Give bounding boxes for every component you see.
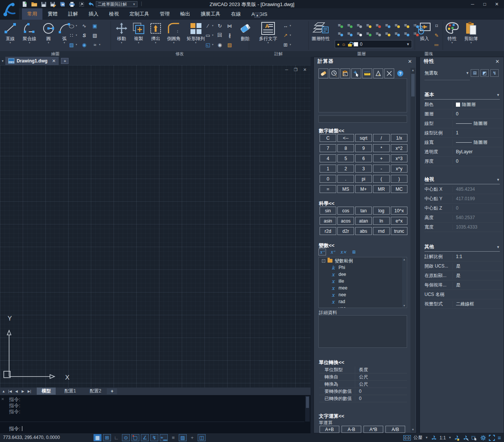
variables-tree[interactable]: − 變數範例 k Phi x dee x ille x mee x nee x — [318, 257, 407, 308]
layer-dropdown[interactable]: ● ☼ 0 ▼ — [335, 40, 412, 48]
annotation-scale-icon[interactable] — [431, 435, 437, 441]
snap-mode-icon[interactable]: ⊞ — [103, 434, 111, 441]
sci-key[interactable]: ln — [373, 217, 390, 225]
create-block-icon[interactable]: ⌑ — [433, 22, 440, 29]
trim-dropdown-icon[interactable]: ▾ — [212, 24, 214, 27]
layer-unisolate-icon[interactable]: ≡ — [401, 22, 410, 29]
misc-property-row[interactable]: 開啟 UCS... 是 — [424, 261, 502, 271]
calculator-title-bar[interactable]: 計算器 ✕ — [314, 57, 416, 65]
ribbon-tab[interactable]: 輸出 — [175, 8, 195, 20]
rectangle-icon[interactable]: ▣ — [92, 22, 98, 29]
property-row-linetype[interactable]: 線型 隨圖層 — [424, 119, 502, 128]
selection-dropdown[interactable]: 無選取 ▼ — [424, 70, 469, 77]
keypad-section-title[interactable]: 數字鍵盤<< — [319, 128, 344, 134]
layer-previous-icon[interactable]: ≡ — [354, 30, 363, 37]
dimension-dropdown-icon[interactable]: ▾ — [290, 24, 291, 27]
unit-conversion-row[interactable]: 要轉換的數值 0 — [319, 388, 407, 395]
calc-key[interactable]: pi — [355, 175, 372, 183]
annotation-visibility-icon[interactable] — [454, 435, 460, 441]
calc-key[interactable]: 5 — [337, 154, 354, 162]
property-row-linetype-scale[interactable]: 線型比例 1 — [424, 128, 502, 138]
auto-annotation-scale-icon[interactable] — [463, 435, 469, 441]
calc-key[interactable]: * — [373, 144, 390, 152]
clipboard-button[interactable]: 剪貼簿▾ — [461, 20, 481, 44]
layer-lock-icon[interactable]: ≡ — [373, 22, 382, 29]
rotate-icon[interactable]: ↻ — [217, 22, 223, 29]
sci-key[interactable]: tan — [355, 207, 372, 215]
workspace-selector[interactable]: 二維草圖與註解 ▼ — [96, 1, 137, 7]
polar-tracking-icon[interactable]: ⊙ — [122, 434, 130, 441]
layer-copy-to-icon[interactable]: ≡ — [392, 30, 401, 37]
layer-match-icon[interactable]: ≡ — [344, 30, 353, 37]
publish-icon[interactable] — [78, 1, 85, 7]
layer-on-icon[interactable]: ≡ — [344, 22, 353, 29]
unit-precision-badge[interactable]: 0.0 — [403, 435, 411, 440]
textop-key[interactable]: A-B — [342, 426, 361, 433]
calc-key[interactable]: MS — [337, 185, 354, 193]
command-prompt[interactable]: 指令: — [9, 425, 22, 432]
dynamic-input-icon[interactable]: +▁ — [160, 434, 168, 441]
mtext-button[interactable]: A 多行文字▾ — [256, 20, 281, 44]
calc-key[interactable]: <-- — [337, 134, 354, 142]
calc-key[interactable]: MR — [373, 185, 390, 193]
calc-key[interactable]: 2 — [337, 165, 354, 173]
spline-cv-icon[interactable]: S — [81, 32, 88, 39]
undo-icon[interactable] — [87, 1, 94, 7]
circle-button[interactable]: 圓▾ — [41, 20, 56, 44]
rect-array-button[interactable]: 矩形陣列▾ — [184, 20, 208, 44]
misc-property-row[interactable]: UCS 名稱 — [424, 290, 502, 299]
misc-property-row[interactable]: 在原點顯... 是 — [424, 271, 502, 280]
move-button[interactable]: 移動▾ — [114, 20, 130, 44]
command-window[interactable]: ✕ 指令:指令:指令: 指令: — [0, 395, 311, 433]
erase-button[interactable]: 刪除 — [237, 20, 254, 41]
unit-conversion-row[interactable]: 轉換自 公尺 — [319, 374, 407, 381]
calc-key[interactable]: 1 — [320, 165, 336, 173]
sci-key[interactable]: 10^x — [391, 207, 407, 215]
basic-section-header[interactable]: 基本▼ — [424, 90, 500, 100]
calc-key[interactable]: ( — [373, 175, 390, 183]
layer-thaw-vp-icon[interactable]: ≡ — [382, 30, 391, 37]
insert-block-button[interactable]: 插入 — [416, 20, 433, 41]
sci-key[interactable]: rnd — [373, 227, 390, 235]
sci-key[interactable]: asin — [320, 217, 336, 225]
ribbon-tab[interactable]: 插入 — [83, 8, 104, 20]
trim-icon[interactable]: ∕ — [204, 22, 211, 29]
ribbon-tab[interactable]: 定制工具 — [124, 8, 154, 20]
quick-select-icon[interactable]: ⊞ — [471, 69, 479, 77]
ribbon-collapse-icon[interactable]: ▲ — [254, 12, 260, 18]
annotation-monitor-icon[interactable]: + — [188, 434, 196, 441]
align-icon[interactable]: 回 — [217, 32, 223, 39]
point-icon[interactable]: ∷ — [68, 32, 75, 39]
fullscreen-icon[interactable] — [489, 435, 495, 441]
settings-gear-icon[interactable] — [480, 435, 486, 441]
ribbon-tab[interactable]: 註解 — [63, 8, 83, 20]
layer-off-icon[interactable]: ≡ — [335, 22, 344, 29]
table-icon[interactable]: ⊞ — [282, 41, 289, 48]
toggle-pickadd-icon[interactable]: ↯ — [490, 69, 499, 77]
calc-key[interactable]: ) — [391, 175, 407, 183]
last-layout-icon[interactable]: ▶| — [27, 389, 32, 393]
block-editor-icon[interactable]: ✎ — [433, 32, 440, 39]
explode-dropdown-icon[interactable]: ▾ — [212, 43, 214, 46]
variable-item[interactable]: x vee — [319, 305, 407, 308]
layer-make-current-icon[interactable]: ≡ — [335, 30, 344, 37]
leader-icon[interactable]: ↗ — [282, 32, 289, 39]
view-property-row[interactable]: 高度 540.2537 — [424, 213, 502, 223]
document-tab-close-icon[interactable]: ✕ — [52, 58, 56, 64]
properties-title-bar[interactable]: 特性 ✕ — [420, 57, 504, 65]
misc-property-row[interactable]: 註解比例 1:1 — [424, 252, 502, 261]
revcloud-dropdown-icon[interactable]: ▾ — [99, 43, 101, 46]
save-icon[interactable] — [40, 1, 47, 7]
object-snap-icon[interactable]: ▢ — [131, 434, 139, 441]
ribbon-tab[interactable]: 管理 — [154, 8, 175, 20]
view-property-row[interactable]: 中心點 X 485.4234 — [424, 185, 502, 194]
ribbon-tab[interactable]: 常用 — [22, 8, 42, 20]
calc-key[interactable]: 9 — [355, 144, 372, 152]
leader-dropdown-icon[interactable]: ▾ — [290, 34, 291, 37]
edit-variable-icon[interactable]: x⁺ — [329, 249, 337, 255]
variable-item[interactable]: x ille — [319, 278, 407, 285]
next-layout-icon[interactable]: ▶ — [20, 389, 26, 393]
calc-key[interactable]: = — [320, 185, 336, 193]
ribbon-tab[interactable]: 檢視 — [104, 8, 124, 20]
measure-distance-icon[interactable] — [362, 68, 372, 78]
